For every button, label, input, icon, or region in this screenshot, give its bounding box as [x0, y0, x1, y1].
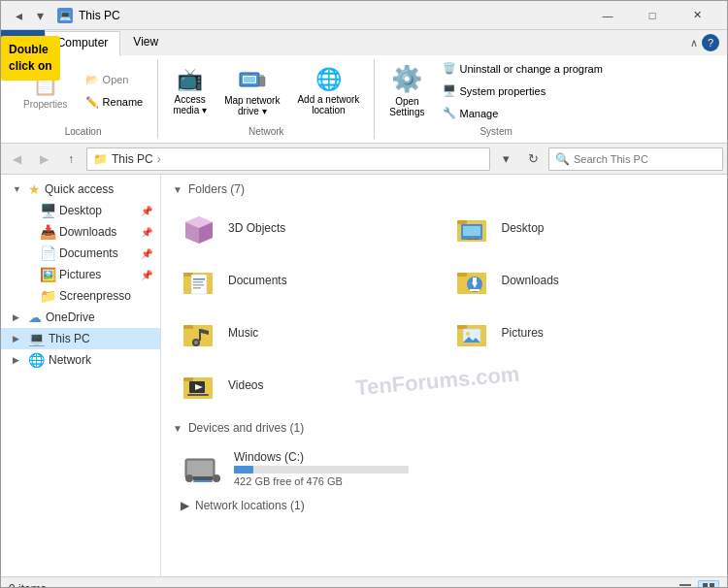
svg-point-36	[466, 332, 470, 336]
svg-rect-32	[199, 329, 201, 341]
grid-view-button[interactable]	[698, 580, 719, 589]
svg-rect-44	[187, 461, 213, 476]
rename-button[interactable]: ✏️ Rename	[79, 93, 150, 112]
videos-folder-icon	[182, 368, 220, 403]
devices-section-header[interactable]: ▼ Devices and drives (1)	[173, 421, 715, 435]
double-click-highlight: Doubleclick on	[1, 36, 60, 81]
manage-button[interactable]: 🔧 Manage	[436, 104, 610, 122]
svg-rect-12	[463, 226, 480, 236]
folder-item-pictures[interactable]: Pictures	[447, 309, 716, 357]
manage-label: Manage	[460, 108, 499, 119]
documents-icon: 📄	[40, 245, 55, 261]
drive-item-windows-c[interactable]: Windows (C:) 422 GB free of 476 GB	[173, 442, 715, 495]
sidebar-item-desktop[interactable]: 🖥️ Desktop 📌	[28, 200, 160, 221]
onedrive-arrow: ▶	[13, 312, 24, 322]
search-icon: 🔍	[555, 152, 570, 166]
forward-button[interactable]: ▶	[32, 147, 55, 171]
music-folder-icon	[182, 315, 220, 350]
sidebar: ▼ ★ Quick access 🖥️ Desktop 📌 📥 Download…	[1, 175, 161, 576]
desktop-folder-icon	[455, 211, 494, 245]
svg-rect-14	[467, 239, 479, 240]
svg-rect-29	[183, 325, 193, 329]
view-buttons	[675, 580, 719, 589]
access-media-button[interactable]: 📺 Accessmedia ▾	[166, 62, 214, 120]
path-this-pc: This PC	[112, 152, 153, 166]
sidebar-item-screenpresso[interactable]: 📁 Screenpresso	[28, 285, 160, 307]
address-path[interactable]: 📁 This PC ›	[86, 147, 490, 171]
search-input[interactable]	[574, 153, 716, 165]
folder-item-desktop[interactable]: Desktop	[447, 204, 716, 252]
documents-label: Documents	[59, 246, 137, 260]
map-network-button[interactable]: Map networkdrive ▾	[217, 61, 286, 121]
this-pc-icon: 💻	[28, 331, 45, 346]
minimize-button[interactable]: —	[585, 1, 630, 30]
ribbon-collapse-btn[interactable]: ∧	[690, 37, 698, 49]
open-settings-label: OpenSettings	[389, 96, 424, 117]
sidebar-item-network[interactable]: ▶ 🌐 Network	[1, 349, 160, 371]
svg-rect-19	[193, 281, 203, 283]
grid-view-icon	[702, 582, 715, 589]
downloads-label: Downloads	[59, 225, 137, 239]
svg-rect-39	[183, 377, 193, 381]
maximize-button[interactable]: □	[630, 1, 675, 30]
uninstall-label: Uninstall or change a program	[460, 63, 603, 75]
sidebar-item-onedrive[interactable]: ▶ ☁ OneDrive	[1, 307, 160, 328]
screenpresso-icon: 📁	[40, 288, 55, 304]
folder-item-downloads[interactable]: Downloads	[447, 256, 716, 305]
network-loc-label: Network locations (1)	[195, 499, 305, 512]
dropdown-path-btn[interactable]: ▾	[494, 147, 517, 171]
folder-item-videos[interactable]: Videos	[173, 361, 443, 409]
list-view-icon	[678, 582, 692, 589]
help-button[interactable]: ?	[702, 34, 719, 51]
main-area: ▼ ★ Quick access 🖥️ Desktop 📌 📥 Download…	[1, 175, 727, 576]
open-settings-button[interactable]: ⚙️ OpenSettings	[382, 59, 431, 122]
svg-rect-42	[187, 394, 209, 396]
up-button[interactable]: ↑	[59, 147, 83, 171]
list-view-button[interactable]	[675, 580, 696, 589]
svg-rect-21	[193, 287, 201, 289]
item-count: 9 items	[9, 582, 47, 589]
sidebar-item-downloads[interactable]: 📥 Downloads 📌	[28, 221, 160, 243]
view-tab[interactable]: View	[120, 30, 171, 55]
sidebar-item-documents[interactable]: 📄 Documents 📌	[28, 243, 160, 264]
system-props-button[interactable]: 🖥️ System properties	[436, 82, 610, 100]
desktop-folder-label: Desktop	[502, 221, 545, 235]
folder-item-music[interactable]: Music	[173, 309, 443, 357]
uninstall-button[interactable]: 🗑️ Uninstall or change a program	[436, 59, 610, 78]
svg-point-47	[213, 474, 220, 482]
sidebar-item-this-pc[interactable]: ▶ 💻 This PC	[1, 328, 160, 349]
sidebar-item-quick-access[interactable]: ▼ ★ Quick access	[1, 179, 160, 200]
back-button[interactable]: ◀	[5, 147, 28, 171]
desktop-icon: 🖥️	[40, 203, 55, 218]
add-network-label: Add a networklocation	[297, 94, 359, 115]
devices-section-label: Devices and drives (1)	[188, 421, 304, 435]
refresh-button[interactable]: ↻	[521, 147, 545, 171]
folders-section-header[interactable]: ▼ Folders (7)	[173, 182, 715, 196]
system-group-label: System	[382, 122, 610, 139]
open-button[interactable]: 📂 Open	[79, 71, 150, 89]
network-label: Network	[49, 353, 152, 367]
onedrive-icon: ☁	[28, 310, 42, 325]
location-group-label: Location	[17, 122, 149, 139]
qa-back-btn[interactable]: ◂	[9, 6, 28, 25]
rename-label: Rename	[103, 96, 144, 108]
map-network-label: Map networkdrive ▾	[224, 95, 280, 116]
search-box[interactable]: 🔍	[548, 147, 723, 171]
svg-rect-26	[473, 278, 477, 282]
drive-icon-container	[182, 449, 224, 488]
add-network-icon: 🌐	[315, 67, 342, 92]
downloads-folder-label: Downloads	[502, 274, 559, 287]
folder-item-3d-objects[interactable]: 3D Objects	[173, 204, 443, 252]
close-button[interactable]: ✕	[675, 1, 719, 30]
downloads-pin: 📌	[141, 227, 152, 238]
map-network-icon	[237, 66, 268, 93]
add-network-button[interactable]: 🌐 Add a networklocation	[290, 62, 366, 120]
folder-item-documents[interactable]: Documents	[173, 256, 443, 305]
folders-chevron: ▼	[173, 184, 182, 195]
drive-bar-container	[234, 466, 409, 474]
sidebar-item-pictures[interactable]: 🖼️ Pictures 📌	[28, 264, 160, 285]
title-bar: ◂ ▾ 💻 This PC — □ ✕	[1, 1, 727, 30]
network-icon: 🌐	[28, 352, 45, 368]
qa-down-btn[interactable]: ▾	[30, 6, 50, 25]
network-locations-header[interactable]: ▶ Network locations (1)	[173, 495, 715, 516]
